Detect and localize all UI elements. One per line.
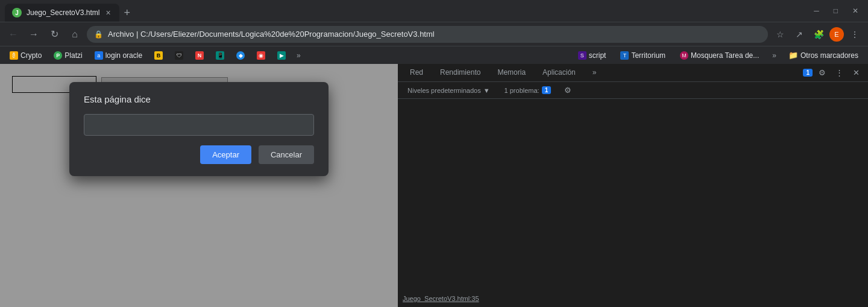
bookmark-star-button[interactable]: ☆ xyxy=(772,26,788,43)
folder-icon: 📁 xyxy=(788,51,798,60)
bookmark-binance[interactable]: B xyxy=(149,49,168,62)
bookmark-login-oracle-label: login oracle xyxy=(105,51,142,60)
devtools-top-icons: 1 ⚙ ⋮ ✕ xyxy=(803,66,863,80)
dialog-input[interactable] xyxy=(84,114,314,136)
devtools-badge: 1 xyxy=(803,69,813,77)
platzi-icon: P xyxy=(54,51,62,60)
dialog-overlay: Esta página dice Aceptar Cancelar xyxy=(0,64,398,307)
bookmarks-bar: ₿ Crypto P Platzi a login oracle B 🛡 N 📱… xyxy=(0,46,868,64)
tab-close-button[interactable]: × xyxy=(104,7,112,19)
dialog-buttons: Aceptar Cancelar xyxy=(84,145,314,164)
bookmark-mosquera[interactable]: M Mosquera Tarea de... xyxy=(675,49,764,62)
address-bar[interactable]: 🔒 Archivo | C:/Users/Eliezer/Documents/L… xyxy=(87,26,768,43)
bookmark-mosquera-label: Mosquera Tarea de... xyxy=(691,51,759,60)
forward-button[interactable]: → xyxy=(25,26,42,43)
bookmark-script[interactable]: S script xyxy=(573,49,611,62)
devtools-panel: Red Rendimiento Memoria Aplicación » 1 ⚙… xyxy=(398,64,868,307)
territorium-icon: T xyxy=(620,51,629,60)
source-link[interactable]: Juego_SecretoV3.html:35 xyxy=(403,295,479,302)
menu-button[interactable]: ⋮ xyxy=(846,26,863,43)
address-text: Archivo | C:/Users/Eliezer/Documents/Log… xyxy=(108,30,435,39)
tab-bar: J Juego_SecretoV3.html × + xyxy=(5,0,807,22)
bookmarks-more-button[interactable]: » xyxy=(294,49,303,62)
bookmarks-more-right[interactable]: » xyxy=(770,49,779,62)
bookmark-whatsapp[interactable]: 📱 xyxy=(211,49,229,62)
new-tab-button[interactable]: + xyxy=(119,4,136,22)
bookmark-crypto[interactable]: ₿ Crypto xyxy=(5,49,46,62)
devtools-settings-icon[interactable]: ⚙ xyxy=(815,66,829,80)
levels-label: Niveles predeterminados xyxy=(407,87,481,94)
bookmark-ext2[interactable]: ◉ xyxy=(252,49,270,62)
bookmark-login-oracle[interactable]: a login oracle xyxy=(90,49,147,62)
bookmark-platzi-label: Platzi xyxy=(64,51,82,60)
share-button[interactable]: ↗ xyxy=(791,26,808,43)
devtools-main: Juego_SecretoV3.html:35 xyxy=(398,99,868,307)
devtools-second-settings-icon[interactable]: ⚙ xyxy=(561,83,575,98)
title-bar: J Juego_SecretoV3.html × + ─ □ ✕ xyxy=(0,0,868,22)
bookmark-vpn[interactable]: 🛡 xyxy=(170,49,188,62)
profile-avatar-button[interactable]: E xyxy=(829,27,844,42)
back-button[interactable]: ← xyxy=(5,26,22,43)
webpage-area: Verificar si acertó con el secreto Esta … xyxy=(0,64,398,307)
tab-title: Juego_SecretoV3.html xyxy=(27,8,99,17)
bookmark-platzi[interactable]: P Platzi xyxy=(49,49,87,62)
devtools-kebab-icon[interactable]: ⋮ xyxy=(832,66,846,80)
levels-dropdown[interactable]: Niveles predeterminados ▼ xyxy=(403,86,495,95)
crypto-icon: ₿ xyxy=(10,51,18,60)
alert-dialog: Esta página dice Aceptar Cancelar xyxy=(69,82,329,176)
home-button[interactable]: ⌂ xyxy=(66,26,83,43)
minimize-button[interactable]: ─ xyxy=(809,4,824,17)
devtools-tab-bar: Red Rendimiento Memoria Aplicación » 1 ⚙… xyxy=(398,64,868,82)
active-tab[interactable]: J Juego_SecretoV3.html × xyxy=(5,4,119,22)
bookmark-netflix[interactable]: N xyxy=(190,49,209,62)
netflix-icon: N xyxy=(195,51,204,60)
devtools-tab-network[interactable]: Red xyxy=(403,65,430,81)
problems-indicator[interactable]: 1 problema: 1 xyxy=(500,85,556,95)
devtools-tab-memory[interactable]: Memoria xyxy=(490,65,533,81)
bookmark-ext1[interactable]: ◆ xyxy=(231,49,250,62)
otros-marcadores-label: Otros marcadores xyxy=(800,51,858,60)
devtools-tab-application[interactable]: Aplicación xyxy=(535,65,583,81)
problems-label: 1 problema: xyxy=(505,87,539,94)
ext3-icon: ▶ xyxy=(277,51,286,60)
close-window-button[interactable]: ✕ xyxy=(848,4,863,17)
devtools-tab-performance[interactable]: Rendimiento xyxy=(433,65,488,81)
script-icon: S xyxy=(578,51,587,60)
cancel-button[interactable]: Cancelar xyxy=(259,145,314,164)
bookmark-crypto-label: Crypto xyxy=(20,51,42,60)
levels-chevron-icon: ▼ xyxy=(483,87,490,94)
bookmarks-right: S script T Territorium M Mosquera Tarea … xyxy=(573,49,863,62)
secure-icon: 🔒 xyxy=(94,30,103,39)
whatsapp-icon: 📱 xyxy=(216,51,224,60)
accept-button[interactable]: Aceptar xyxy=(200,145,251,164)
extensions-button[interactable]: 🧩 xyxy=(810,26,827,43)
mosquera-icon: M xyxy=(680,51,688,60)
tab-favicon: J xyxy=(12,8,22,17)
nav-bar: ← → ↻ ⌂ 🔒 Archivo | C:/Users/Eliezer/Doc… xyxy=(0,22,868,46)
devtools-tab-more[interactable]: » xyxy=(585,65,604,81)
problems-badge: 1 xyxy=(542,86,552,94)
bookmark-territorium-label: Territorium xyxy=(631,51,665,60)
content-area: Verificar si acertó con el secreto Esta … xyxy=(0,64,868,307)
refresh-button[interactable]: ↻ xyxy=(46,26,63,43)
ext2-icon: ◉ xyxy=(257,51,265,60)
bookmark-script-label: script xyxy=(589,51,606,60)
bookmark-ext3[interactable]: ▶ xyxy=(272,49,291,62)
devtools-close-icon[interactable]: ✕ xyxy=(849,66,863,80)
binance-icon: B xyxy=(154,51,163,60)
vpn-icon: 🛡 xyxy=(175,51,183,60)
ext1-icon: ◆ xyxy=(236,51,245,60)
maximize-button[interactable]: □ xyxy=(829,4,843,17)
devtools-second-toolbar: Niveles predeterminados ▼ 1 problema: 1 … xyxy=(398,82,868,99)
bookmark-territorium[interactable]: T Territorium xyxy=(615,49,670,62)
dialog-title: Esta página dice xyxy=(84,94,314,104)
login-oracle-icon: a xyxy=(95,51,103,60)
window-controls: ─ □ ✕ xyxy=(809,4,863,17)
otros-marcadores[interactable]: 📁 Otros marcadores xyxy=(784,49,863,62)
nav-actions: ☆ ↗ 🧩 E ⋮ xyxy=(772,26,863,43)
browser-window: J Juego_SecretoV3.html × + ─ □ ✕ ← → ↻ ⌂… xyxy=(0,0,868,307)
